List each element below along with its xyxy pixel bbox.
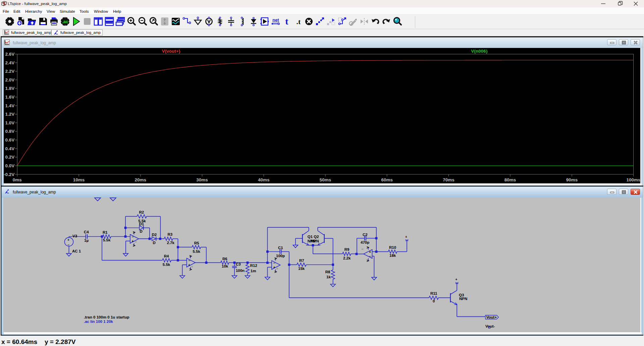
svg-text:V(n006): V(n006) (471, 49, 488, 54)
svg-text:50ms: 50ms (320, 177, 331, 182)
svg-text:1.4V: 1.4V (5, 103, 15, 108)
svg-text:t: t (285, 16, 288, 26)
svg-text:0.6V: 0.6V (5, 137, 15, 142)
svg-text:+: + (273, 265, 275, 269)
svg-text:60ms: 60ms (381, 177, 393, 182)
svg-text:0: 0 (433, 299, 435, 303)
svg-text:2.6V: 2.6V (5, 52, 15, 57)
svg-text:.tran 0 100m 0 1u startup: .tran 0 100m 0 1u startup (84, 315, 129, 319)
svg-text:−: − (67, 243, 69, 247)
svg-text:10ms: 10ms (73, 177, 85, 182)
svg-text:Q3: Q3 (459, 293, 464, 297)
svg-text:Vout+: Vout+ (486, 315, 497, 319)
svg-text:0.2V: 0.2V (5, 155, 15, 160)
svg-text:R5: R5 (194, 241, 199, 245)
svg-text:-0.2V: -0.2V (4, 172, 14, 177)
svg-text:D1: D1 (139, 222, 144, 226)
svg-text:0.0V: 0.0V (5, 163, 15, 168)
svg-text:D: D (153, 241, 155, 245)
svg-text:70ms: 70ms (443, 177, 454, 182)
svg-text:V(vout+): V(vout+) (162, 49, 180, 54)
svg-text:10k: 10k (222, 264, 228, 268)
svg-text:R12: R12 (250, 264, 257, 268)
svg-text:+: + (132, 239, 134, 243)
svg-text:D: D (140, 229, 142, 233)
svg-text:l.2: l.2 (191, 266, 193, 268)
svg-text:−: − (188, 258, 190, 263)
svg-text:l.2: l.2 (362, 248, 363, 250)
svg-text:AC 1: AC 1 (72, 249, 81, 253)
svg-text:C1: C1 (278, 246, 283, 250)
svg-text:−: − (132, 235, 134, 239)
svg-text:1.2V: 1.2V (5, 112, 15, 117)
svg-text:470p: 470p (361, 240, 369, 244)
svg-text:R10: R10 (389, 245, 396, 249)
svg-text:100p: 100p (276, 254, 285, 258)
svg-text:1k: 1k (326, 275, 331, 279)
svg-text:80ms: 80ms (504, 177, 516, 182)
svg-text:R11: R11 (430, 291, 437, 295)
svg-text:2.2V: 2.2V (5, 69, 15, 74)
svg-text:1.0V: 1.0V (5, 120, 15, 125)
svg-text:2.4V: 2.4V (5, 60, 15, 65)
svg-text:R1: R1 (103, 230, 108, 234)
svg-text:+: + (67, 238, 69, 242)
svg-text:NPN: NPN (459, 297, 467, 301)
svg-text:C2: C2 (363, 233, 368, 237)
svg-text:2.7k: 2.7k (167, 241, 175, 245)
svg-text:Vout-: Vout- (485, 324, 495, 328)
svg-text:+: + (369, 250, 371, 254)
svg-text:R9: R9 (344, 247, 350, 251)
svg-text:.ac: .ac (62, 19, 68, 24)
svg-text:D2: D2 (152, 233, 157, 237)
svg-text:+: + (405, 235, 407, 239)
svg-text:0.4V: 0.4V (5, 146, 15, 151)
svg-text:100ms: 100ms (627, 177, 640, 182)
svg-text:0ms: 0ms (13, 177, 22, 182)
svg-text:90ms: 90ms (566, 177, 578, 182)
svg-text:l.2: l.2 (135, 241, 137, 243)
svg-text:20ms: 20ms (135, 177, 147, 182)
svg-text:1.6V: 1.6V (5, 95, 15, 100)
svg-text:−: − (369, 254, 371, 258)
svg-text:C3: C3 (236, 262, 241, 266)
svg-text:net: net (272, 17, 279, 22)
svg-text:18k: 18k (389, 253, 396, 257)
svg-text:C4: C4 (84, 230, 89, 234)
svg-text:+: + (455, 278, 458, 281)
svg-text:.ac lin 100 1 20k: .ac lin 100 1 20k (84, 320, 113, 324)
svg-text:Q1 Q2: Q1 Q2 (308, 235, 319, 239)
svg-text:2.0V: 2.0V (5, 77, 15, 82)
svg-text:1m: 1m (251, 269, 256, 273)
svg-text:R6: R6 (222, 257, 227, 261)
svg-text:30ms: 30ms (196, 177, 208, 182)
svg-text:2.2k: 2.2k (343, 256, 351, 260)
svg-text:15k: 15k (298, 267, 305, 271)
svg-text:1.8V: 1.8V (5, 86, 15, 91)
svg-text:100n: 100n (236, 269, 245, 273)
svg-text:.t: .t (297, 17, 301, 26)
svg-text:0.8V: 0.8V (5, 129, 15, 134)
svg-text:−: − (273, 261, 275, 265)
svg-text:5.5k: 5.5k (103, 238, 111, 242)
svg-text:NPN: NPN (311, 239, 319, 243)
svg-text:R7: R7 (299, 258, 304, 263)
svg-text:+: + (188, 263, 190, 267)
svg-text:5.5k: 5.5k (163, 263, 170, 267)
svg-text:l.2: l.2 (276, 268, 278, 270)
svg-text:R4: R4 (164, 254, 169, 258)
svg-text:1µ: 1µ (84, 238, 89, 242)
svg-text:40ms: 40ms (258, 177, 270, 182)
svg-text:5.5k: 5.5k (193, 249, 200, 253)
svg-text:R3: R3 (168, 232, 173, 236)
svg-text:V3: V3 (72, 234, 77, 238)
svg-text:R2: R2 (139, 210, 144, 214)
svg-text:R8: R8 (325, 270, 330, 274)
